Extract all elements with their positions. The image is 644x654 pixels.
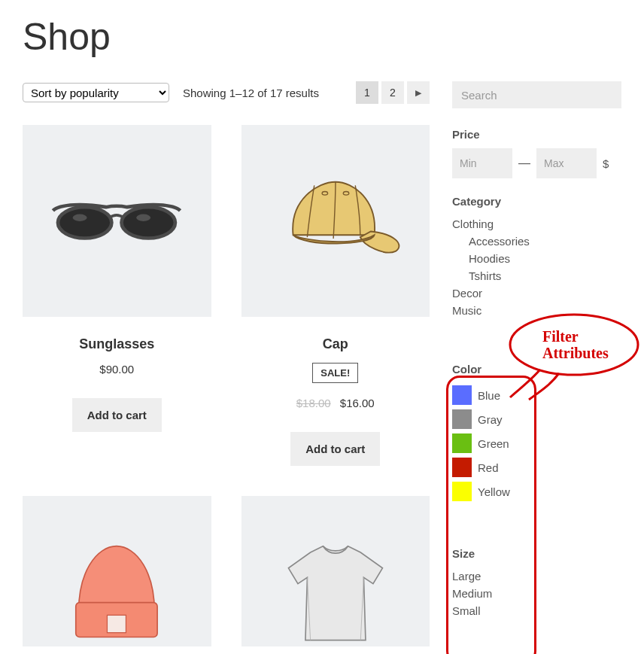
- swatch-gray: [452, 409, 472, 429]
- product-price: $16.00: [340, 397, 375, 409]
- color-label: Red: [478, 461, 499, 474]
- product-listing: Sort by popularity Showing 1–12 of 17 re…: [23, 81, 430, 654]
- color-option-yellow[interactable]: Yellow: [452, 479, 621, 503]
- product-image[interactable]: [242, 125, 430, 317]
- product-title: Cap: [242, 336, 430, 352]
- sale-badge: SALE!: [312, 363, 358, 383]
- filter-title-category: Category: [452, 195, 621, 208]
- sidebar: Price — $ Category Clothing Accessories …: [452, 81, 621, 619]
- tshirt-icon: [265, 534, 406, 646]
- svg-point-3: [137, 214, 151, 221]
- product-card: Sunglasses $90.00 Add to cart: [23, 125, 211, 466]
- size-large[interactable]: Large: [452, 567, 621, 585]
- page-1[interactable]: 1: [356, 81, 378, 104]
- filter-title-price: Price: [452, 128, 621, 141]
- chevron-right-icon: ▶: [415, 88, 421, 98]
- sunglasses-icon: [46, 186, 187, 257]
- category-filter: Category Clothing Accessories Hoodies Ts…: [452, 195, 621, 319]
- results-count: Showing 1–12 of 17 results: [183, 87, 319, 99]
- category-tshirts[interactable]: Tshirts: [452, 267, 621, 284]
- color-option-blue[interactable]: Blue: [452, 383, 621, 407]
- page-title: Shop: [23, 15, 621, 59]
- price-min-input[interactable]: [452, 148, 512, 178]
- pagination: 1 2 ▶: [356, 81, 430, 104]
- price-max-input[interactable]: [536, 148, 597, 178]
- product-image[interactable]: [242, 496, 430, 646]
- category-music[interactable]: Music: [452, 302, 621, 319]
- category-clothing[interactable]: Clothing: [452, 215, 621, 233]
- currency-label: $: [603, 157, 609, 170]
- size-small[interactable]: Small: [452, 602, 621, 619]
- filter-title-color: Color: [452, 363, 621, 376]
- color-filter: Color Blue Gray Green: [452, 363, 621, 503]
- color-option-gray[interactable]: Gray: [452, 407, 621, 431]
- product-image[interactable]: [23, 125, 211, 317]
- filter-title-size: Size: [452, 547, 621, 560]
- page-next[interactable]: ▶: [407, 81, 430, 104]
- size-filter: Size Large Medium Small: [452, 547, 621, 619]
- swatch-green: [452, 433, 472, 453]
- svg-point-0: [58, 207, 111, 238]
- category-accessories[interactable]: Accessories: [452, 233, 621, 250]
- svg-point-2: [73, 214, 87, 221]
- price-dash: —: [518, 157, 530, 170]
- search-input[interactable]: [452, 81, 621, 108]
- color-option-red[interactable]: Red: [452, 455, 621, 479]
- price-filter: Price — $: [452, 128, 621, 178]
- color-label: Green: [478, 437, 509, 450]
- swatch-blue: [452, 385, 472, 405]
- category-hoodies[interactable]: Hoodies: [452, 250, 621, 267]
- beanie-icon: [46, 534, 187, 646]
- cap-icon: [265, 168, 406, 274]
- swatch-yellow: [452, 482, 472, 501]
- category-decor[interactable]: Decor: [452, 284, 621, 302]
- product-card: [23, 496, 211, 654]
- product-card: Cap SALE! $18.00 $16.00 Add to cart: [242, 125, 430, 466]
- product-card: [242, 496, 430, 654]
- add-to-cart-button[interactable]: Add to cart: [72, 398, 162, 432]
- svg-rect-7: [108, 615, 126, 632]
- color-option-green[interactable]: Green: [452, 431, 621, 455]
- swatch-red: [452, 458, 472, 477]
- old-price: $18.00: [296, 397, 331, 409]
- size-medium[interactable]: Medium: [452, 585, 621, 602]
- product-image[interactable]: [23, 496, 211, 646]
- product-title: Sunglasses: [23, 336, 211, 352]
- color-label: Yellow: [478, 485, 510, 498]
- product-price: $90.00: [23, 363, 211, 376]
- add-to-cart-button[interactable]: Add to cart: [290, 432, 380, 466]
- color-label: Blue: [478, 389, 500, 402]
- svg-point-1: [122, 207, 175, 238]
- color-label: Gray: [478, 413, 503, 426]
- page-2[interactable]: 2: [381, 81, 404, 104]
- sort-select[interactable]: Sort by popularity: [23, 83, 169, 102]
